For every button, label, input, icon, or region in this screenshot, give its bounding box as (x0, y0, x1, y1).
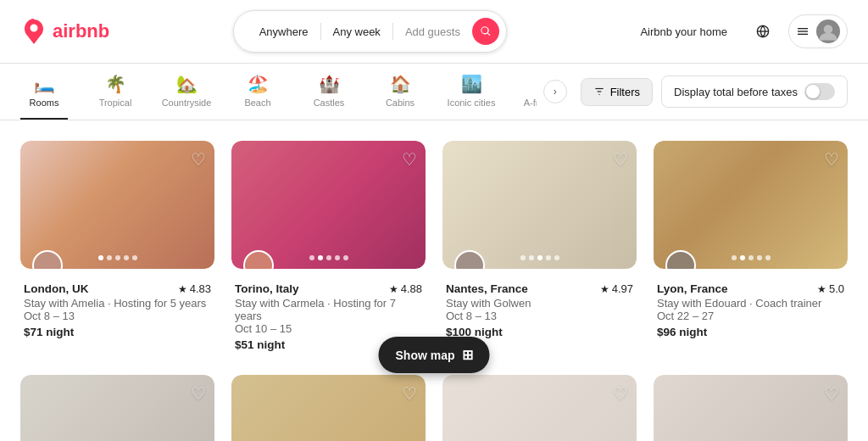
listing-rating: ★ 4.88 (389, 282, 422, 295)
dot (765, 255, 771, 260)
globe-button[interactable] (748, 16, 778, 47)
category-item-rooms[interactable]: 🛏️ Rooms (20, 64, 68, 120)
rating-value: 4.88 (401, 282, 422, 295)
wishlist-button[interactable]: ♡ (402, 383, 417, 404)
listing-grid-bottom: ♡ ♡ ♡ ♡ (20, 375, 848, 441)
filters-button[interactable]: Filters (581, 78, 653, 106)
listing-card-bottom[interactable]: ♡ (231, 375, 426, 441)
image-dots (732, 255, 771, 260)
svg-rect-2 (798, 28, 808, 29)
airbnb-your-home-link[interactable]: Airbnb your home (630, 19, 737, 45)
category-icon-iconic-cities: 🏙️ (461, 75, 482, 92)
listing-image (231, 375, 426, 441)
listing-rating: ★ 5.0 (817, 282, 844, 295)
listing-title-row: Lyon, France ★ 5.0 (657, 282, 844, 295)
category-icon-a-frames: 🔺 (532, 75, 537, 92)
category-icon-castles: 🏰 (319, 75, 340, 92)
category-item-a-frames[interactable]: 🔺 A-frames (519, 64, 537, 120)
display-taxes-label: Display total before taxes (674, 86, 798, 98)
listing-card-bottom[interactable]: ♡ (654, 375, 848, 441)
category-item-cabins[interactable]: 🏠 Cabins (376, 64, 424, 120)
listing-image (442, 375, 637, 441)
dot (115, 255, 120, 260)
logo[interactable]: airbnb (20, 18, 109, 45)
dot (529, 255, 534, 260)
wishlist-button[interactable]: ♡ (191, 149, 206, 170)
dot (732, 255, 737, 260)
search-button[interactable] (472, 18, 499, 45)
listing-card[interactable]: ♡ Lyon, France ★ 5.0 Stay with Edouard ·… (654, 141, 848, 358)
listing-image-wrap: ♡ (654, 375, 848, 441)
category-item-countryside[interactable]: 🏡 Countryside (163, 64, 210, 120)
dot (326, 255, 331, 260)
dot (546, 255, 551, 260)
wishlist-button[interactable]: ♡ (824, 149, 839, 170)
category-label-iconic-cities: Iconic cities (448, 98, 496, 108)
user-avatar-icon (816, 20, 840, 43)
logo-text: airbnb (53, 20, 109, 42)
dot (554, 255, 559, 260)
location-search[interactable]: Anywhere (248, 24, 320, 40)
category-item-iconic-cities[interactable]: 🏙️ Iconic cities (448, 64, 495, 120)
wishlist-button[interactable]: ♡ (824, 383, 839, 404)
user-menu[interactable] (788, 14, 848, 48)
dot (520, 255, 526, 260)
header: airbnb Anywhere Any week Add guests Airb… (0, 0, 868, 64)
category-label-beach: Beach (244, 98, 270, 108)
star-icon: ★ (817, 283, 826, 295)
listing-location: Nantes, France (446, 282, 528, 295)
listing-dates: Oct 22 – 27 (657, 310, 844, 322)
search-bar[interactable]: Anywhere Any week Add guests (233, 10, 507, 53)
wishlist-button[interactable]: ♡ (613, 149, 628, 170)
listing-image-wrap: ♡ (231, 375, 426, 441)
category-icon-rooms: 🛏️ (34, 75, 55, 92)
filters-label: Filters (610, 86, 640, 98)
listing-info: Nantes, France ★ 4.97 Stay with Golwen O… (442, 269, 637, 345)
listing-price: $96 night (657, 326, 844, 338)
svg-rect-3 (798, 31, 808, 31)
dot (132, 255, 137, 260)
dot (343, 255, 348, 260)
listing-host: Stay with Edouard · Coach trainer (657, 297, 844, 310)
category-item-beach[interactable]: 🏖️ Beach (234, 64, 281, 120)
image-dots (309, 255, 348, 260)
listing-card[interactable]: ♡ Torino, Italy ★ 4.88 Stay with Carmela… (231, 141, 426, 358)
category-icon-tropical: 🌴 (105, 75, 126, 92)
category-item-castles[interactable]: 🏰 Castles (305, 64, 353, 120)
image-dots (98, 255, 137, 260)
image-dots (520, 255, 559, 260)
dot (740, 255, 745, 260)
listing-card-bottom[interactable]: ♡ (442, 375, 637, 441)
wishlist-button[interactable]: ♡ (191, 383, 206, 404)
wishlist-button[interactable]: ♡ (613, 383, 628, 404)
category-label-rooms: Rooms (30, 98, 59, 108)
dot (309, 255, 314, 260)
wishlist-button[interactable]: ♡ (402, 149, 417, 170)
show-map-label: Show map (395, 349, 454, 362)
listing-image-wrap: ♡ (654, 141, 848, 269)
map-grid-icon: ⊞ (462, 347, 473, 363)
listing-card[interactable]: ♡ Nantes, France ★ 4.97 Stay with Golwen… (442, 141, 637, 358)
categories-next-button[interactable]: › (543, 80, 567, 103)
svg-point-6 (824, 25, 833, 34)
category-label-tropical: Tropical (99, 98, 132, 108)
listing-location: London, UK (24, 282, 88, 295)
listing-card-bottom[interactable]: ♡ (20, 375, 214, 441)
rating-value: 4.83 (190, 282, 211, 295)
dot (318, 255, 323, 260)
display-taxes-toggle[interactable] (804, 83, 835, 100)
dates-search[interactable]: Any week (321, 24, 392, 40)
listing-image (20, 375, 214, 441)
listing-grid: ♡ London, UK ★ 4.83 Stay with Amelia · H… (20, 141, 848, 358)
dot (124, 255, 129, 260)
category-item-tropical[interactable]: 🌴 Tropical (92, 64, 139, 120)
guests-search[interactable]: Add guests (393, 24, 472, 40)
listing-card[interactable]: ♡ London, UK ★ 4.83 Stay with Amelia · H… (20, 141, 214, 358)
search-icon (480, 25, 492, 37)
listing-location: Torino, Italy (235, 282, 299, 295)
show-map-button[interactable]: Show map ⊞ (378, 337, 489, 373)
listing-host: Stay with Amelia · Hosting for 5 years (24, 297, 211, 310)
dot (98, 255, 103, 260)
svg-rect-4 (798, 34, 808, 35)
listing-image-wrap: ♡ (442, 141, 637, 269)
